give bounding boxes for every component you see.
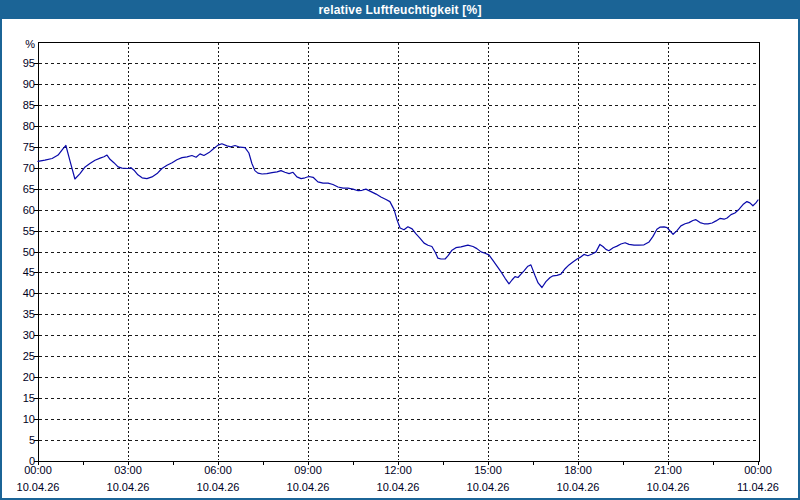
x-tick-time-label: 00:00 [24, 464, 52, 476]
y-tick-label: 50 [23, 246, 35, 258]
y-tick-label: 40 [23, 287, 35, 299]
y-tick-label: 25 [23, 350, 35, 362]
y-tick-label: 70 [23, 162, 35, 174]
y-tick-label: 90 [23, 78, 35, 90]
y-tick-label: 85 [23, 99, 35, 111]
x-tick-time-label: 15:00 [474, 464, 502, 476]
y-axis-unit-label: % [25, 38, 35, 50]
y-tick-label: 45 [23, 266, 35, 278]
trend-window: relative Luftfeuchtigkeit [%] 0510152025… [0, 0, 800, 500]
x-tick-date-label: 10.04.26 [287, 481, 330, 493]
y-tick-label: 60 [23, 204, 35, 216]
x-tick-date-label: 10.04.26 [197, 481, 240, 493]
y-tick-label: 75 [23, 141, 35, 153]
x-tick-date-label: 10.04.26 [647, 481, 690, 493]
axes [34, 43, 760, 466]
x-tick-date-label: 10.04.26 [107, 481, 150, 493]
x-tick-time-label: 06:00 [204, 464, 232, 476]
window-border-left [0, 19, 2, 500]
y-tick-label: 80 [23, 120, 35, 132]
y-tick-label: 30 [23, 329, 35, 341]
y-tick-label: 55 [23, 225, 35, 237]
y-tick-label: 5 [29, 434, 35, 446]
x-tick-date-label: 10.04.26 [557, 481, 600, 493]
y-tick-label: 95 [23, 57, 35, 69]
x-tick-date-label: 11.04.26 [737, 481, 779, 493]
x-tick-time-label: 00:00 [744, 464, 772, 476]
humidity-line-chart: 05101520253035404550556065707580859095%0… [0, 0, 800, 500]
y-tick-label: 15 [23, 392, 35, 404]
x-tick-date-label: 10.04.26 [467, 481, 510, 493]
x-tick-date-label: 10.04.26 [17, 481, 60, 493]
y-tick-label: 35 [23, 308, 35, 320]
x-tick-time-label: 09:00 [294, 464, 322, 476]
x-tick-time-label: 12:00 [384, 464, 412, 476]
y-tick-label: 10 [23, 413, 35, 425]
y-tick-label: 20 [23, 371, 35, 383]
x-tick-time-label: 03:00 [114, 464, 142, 476]
y-tick-label: 65 [23, 183, 35, 195]
x-tick-time-label: 21:00 [654, 464, 682, 476]
x-tick-time-label: 18:00 [564, 464, 592, 476]
x-tick-date-label: 10.04.26 [377, 481, 420, 493]
